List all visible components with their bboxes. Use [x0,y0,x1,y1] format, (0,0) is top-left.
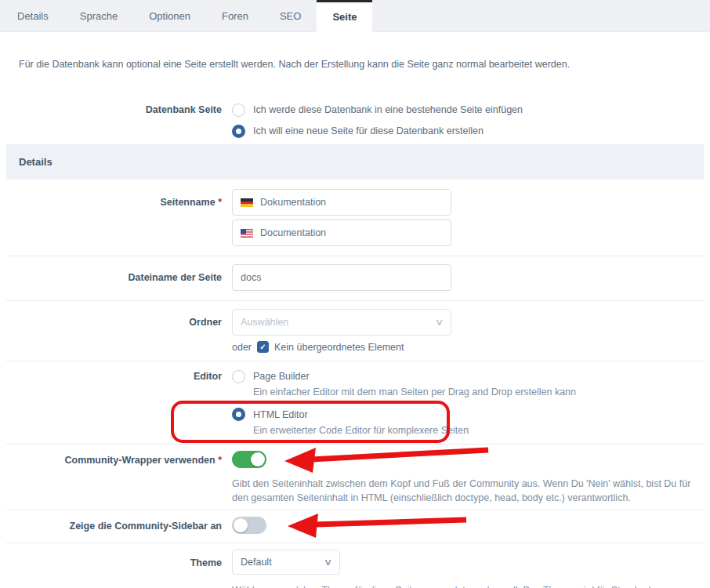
radio-option-bestehende-seite[interactable]: Ich werde diese Datenbank in eine besteh… [232,103,704,117]
radio-button[interactable] [232,370,245,383]
chevron-down-icon: ˅ [324,557,331,568]
radio-button[interactable] [232,125,245,138]
form-row-ordner: Ordner Auswählen ˅ oder ✓ Kein übergeord… [6,300,704,361]
tab-foren[interactable]: Foren [206,0,264,31]
seitenname-label: Seitenname * [6,189,222,246]
dateiname-input[interactable]: docs [232,264,451,291]
form-row-theme: Theme Default ˅ Wähle aus, welches Theme… [6,543,704,588]
form-row-community-sidebar: Zeige die Community-Sidebar an [6,510,704,543]
tab-sprache[interactable]: Sprache [64,0,133,31]
datenbank-seite-label: Datenbank Seite [6,103,222,138]
ordner-placeholder: Auswählen [241,317,288,328]
checkbox-label: Kein übergeordnetes Element [274,342,404,353]
community-wrapper-description: Gibt den Seiteninhalt zwischen dem Kopf … [232,477,696,505]
toggle-knob [251,452,265,466]
tab-seo[interactable]: SEO [264,0,317,31]
theme-label: Theme [6,550,222,588]
red-arrow-annotation [263,513,468,541]
theme-select[interactable]: Default ˅ [232,550,340,575]
form-row-seitenname: Seitenname * Dokumentation Documentation [6,180,704,256]
ordner-label: Ordner [6,309,222,353]
intro-text: Für die Datenbank kann optional eine Sei… [0,32,710,87]
toggle-knob [234,518,248,532]
details-section-header: Details [6,144,704,180]
theme-description: Wähle aus, welches Theme für diese Seite… [232,583,685,588]
editor-option-description: Ein erweiterter Code Editor für komplexe… [253,424,704,438]
editor-option-description: Ein einfacher Editor mit dem man Seiten … [253,386,704,400]
red-arrow-annotation [263,445,490,475]
ordner-select[interactable]: Auswählen ˅ [232,309,451,336]
seitenname-input-de[interactable]: Dokumentation [232,189,451,216]
us-flag-icon [241,229,253,238]
radio-option-neue-seite[interactable]: Ich will eine neue Seite für diese Daten… [232,124,704,138]
editor-label: Editor [6,369,222,437]
tab-details[interactable]: Details [2,0,64,31]
kein-uebergeordnetes-element-checkbox[interactable]: ✓ [257,341,269,353]
dateiname-value: docs [241,272,261,283]
radio-button[interactable] [232,103,245,117]
seitenname-value-en: Documentation [260,227,326,238]
community-wrapper-toggle[interactable] [232,451,266,468]
form-row-datenbank-seite: Datenbank Seite Ich werde diese Datenban… [6,87,704,144]
seitenname-input-en[interactable]: Documentation [232,220,451,246]
radio-label: Ich werde diese Datenbank in eine besteh… [253,103,523,117]
form-row-community-wrapper: Community-Wrapper verwenden * Gibt den S… [6,444,704,510]
editor-option-html-editor[interactable]: HTML Editor Ein erweiterter Code Editor … [232,408,704,438]
radio-button[interactable] [232,408,245,421]
tab-seite[interactable]: Seite [317,0,372,31]
radio-label: HTML Editor [253,408,308,422]
theme-value: Default [241,557,272,568]
community-sidebar-toggle[interactable] [232,517,266,534]
radio-label: Ich will eine neue Seite für diese Daten… [253,124,484,138]
community-sidebar-label: Zeige die Community-Sidebar an [6,517,222,536]
form-row-editor: Editor Page Builder Ein einfacher Editor… [6,361,704,444]
radio-label: Page Builder [253,369,310,383]
form-row-dateiname: Dateiname der Seite docs [6,256,704,300]
german-flag-icon [241,198,253,207]
dateiname-label: Dateiname der Seite [6,264,222,291]
tab-optionen[interactable]: Optionen [133,0,206,31]
seitenname-value-de: Dokumentation [260,197,326,208]
community-wrapper-label: Community-Wrapper verwenden * [6,451,222,505]
check-icon: ✓ [259,343,266,351]
chevron-down-icon: ˅ [436,317,443,328]
tab-bar: Details Sprache Optionen Foren SEO Seite [0,0,710,32]
editor-option-page-builder[interactable]: Page Builder Ein einfacher Editor mit de… [232,369,704,400]
oder-text: oder [232,342,252,353]
